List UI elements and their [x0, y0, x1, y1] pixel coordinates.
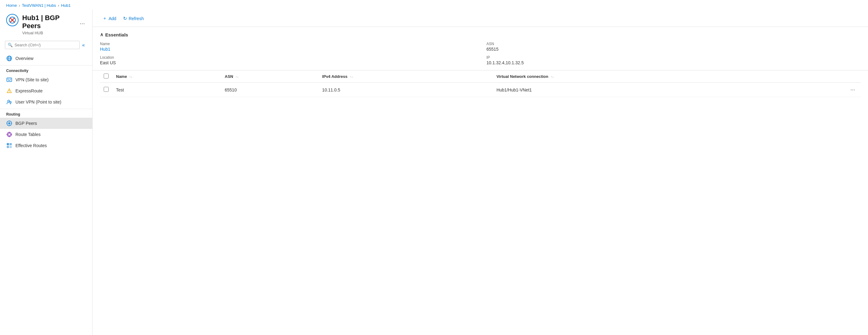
bgp-icon [6, 120, 12, 127]
search-box: 🔍 [5, 41, 80, 49]
select-all-cell [100, 71, 112, 83]
page-subtitle: Virtual HUB [22, 31, 86, 35]
uservpn-label: User VPN (Point to site) [16, 100, 61, 105]
svg-rect-30 [9, 143, 12, 145]
svg-rect-9 [7, 79, 9, 80]
sidebar-item-expressroute[interactable]: ExpressRoute [0, 85, 92, 96]
expressroute-label: ExpressRoute [16, 88, 42, 93]
essentials-name-value[interactable]: Hub1 [100, 47, 110, 52]
routetables-label: Route Tables [16, 132, 40, 137]
breadcrumb: Home › TestVWAN1 | Hubs › Hub1 [0, 0, 868, 9]
essentials-name-field: Name Hub1 [100, 42, 474, 52]
svg-point-24 [8, 133, 10, 136]
essentials-label: Essentials [105, 32, 128, 37]
col-header-name: Name ↑↓ [112, 71, 221, 83]
row-asn: 65510 [221, 83, 318, 97]
breadcrumb-vwan[interactable]: TestVWAN1 | Hubs [22, 3, 56, 8]
svg-rect-10 [9, 79, 11, 80]
table-section: Name ↑↓ ASN ↑↓ IPv4 Address ↑↓ Virtual [93, 71, 868, 105]
essentials-fields-left: Name Hub1 Location East US [100, 42, 474, 65]
row-vnet: Hub1/Hub1-VNet1 [493, 83, 789, 97]
sidebar-item-effectiveroutes[interactable]: Effective Routes [0, 140, 92, 151]
bgp-peers-table: Name ↑↓ ASN ↑↓ IPv4 Address ↑↓ Virtual [100, 71, 861, 97]
row-actions-cell: ··· [789, 83, 861, 97]
effectiveroutes-label: Effective Routes [16, 143, 47, 148]
essentials-header[interactable]: ∧ Essentials [100, 32, 861, 37]
svg-point-25 [9, 132, 10, 133]
uservpn-icon [6, 99, 12, 105]
sidebar-item-overview[interactable]: Overview [0, 53, 92, 64]
svg-rect-32 [9, 146, 12, 148]
sidebar-item-bgppeers[interactable]: BGP Peers [0, 118, 92, 129]
row-actions-button[interactable]: ··· [848, 86, 857, 94]
search-row: 🔍 « [5, 41, 87, 49]
sidebar-item-uservpn[interactable]: User VPN (Point to site) [0, 96, 92, 108]
row-checkbox[interactable] [104, 87, 108, 92]
add-icon: ＋ [102, 16, 107, 21]
collapse-sidebar-button[interactable]: « [80, 42, 87, 48]
col-header-vnet: Virtual Network connection ↑↓ [493, 71, 789, 83]
main-content: ＋ Add ↻ Refresh ∧ Essentials Name Hub1 [93, 9, 868, 335]
svg-point-16 [10, 102, 11, 103]
sort-icon-vnet[interactable]: ↑↓ [551, 75, 554, 79]
svg-point-28 [11, 134, 12, 135]
row-checkbox-cell [100, 83, 112, 97]
vpn-icon [6, 77, 12, 83]
svg-point-26 [9, 136, 10, 137]
sidebar-item-vpn[interactable]: VPN (Site to site) [0, 74, 92, 85]
connectivity-section-label: Connectivity [0, 65, 92, 74]
page-header: Hub1 | BGP Peers ... Virtual HUB [0, 9, 92, 38]
routing-section-label: Routing [0, 109, 92, 118]
svg-point-23 [7, 132, 11, 137]
sort-icon-ipv4[interactable]: ↑↓ [350, 75, 353, 79]
hub-title-group: Hub1 | BGP Peers ... Virtual HUB [22, 14, 86, 35]
sort-icon-name[interactable]: ↑↓ [129, 75, 132, 79]
essentials-grid: Name Hub1 Location East US ASN 65515 IP [100, 42, 861, 65]
refresh-button[interactable]: ↻ Refresh [121, 14, 146, 23]
essentials-section: ∧ Essentials Name Hub1 Location East US [93, 27, 868, 71]
essentials-location-field: Location East US [100, 55, 474, 65]
effectiveroutes-icon [6, 142, 12, 149]
search-input[interactable] [14, 43, 77, 47]
overview-label: Overview [16, 56, 33, 61]
essentials-location-value: East US [100, 60, 474, 65]
ellipsis-button[interactable]: ... [79, 19, 86, 26]
essentials-chevron: ∧ [100, 32, 103, 37]
sidebar: Hub1 | BGP Peers ... Virtual HUB 🔍 « [0, 9, 93, 335]
svg-point-15 [8, 100, 9, 102]
breadcrumb-home[interactable]: Home [6, 3, 17, 8]
col-header-actions [789, 71, 861, 83]
hub-icon [6, 14, 19, 26]
essentials-fields-right: ASN 65515 IP 10.1.32.4,10.1.32.5 [487, 42, 861, 65]
bgppeers-label: BGP Peers [16, 121, 37, 126]
expressroute-icon [6, 88, 12, 94]
refresh-icon: ↻ [123, 16, 127, 21]
search-icon: 🔍 [8, 43, 13, 47]
col-header-ipv4: IPv4 Address ↑↓ [318, 71, 493, 83]
svg-rect-29 [7, 143, 9, 145]
svg-rect-31 [7, 146, 9, 148]
essentials-asn-field: ASN 65515 [487, 42, 861, 52]
select-all-checkbox[interactable] [104, 74, 108, 79]
row-name: Test [112, 83, 221, 97]
essentials-ip-field: IP 10.1.32.4,10.1.32.5 [487, 55, 861, 65]
svg-point-27 [7, 134, 8, 135]
globe-icon [6, 55, 12, 61]
breadcrumb-hub1[interactable]: Hub1 [61, 3, 71, 8]
vpn-label: VPN (Site to site) [16, 77, 49, 82]
page-title: Hub1 | BGP Peers ... [22, 14, 86, 30]
table-row: Test 65510 10.11.0.5 Hub1/Hub1-VNet1 ··· [100, 83, 861, 97]
sort-icon-asn[interactable]: ↑↓ [236, 75, 239, 79]
essentials-ip-value: 10.1.32.4,10.1.32.5 [487, 60, 861, 65]
col-header-asn: ASN ↑↓ [221, 71, 318, 83]
essentials-asn-value: 65515 [487, 47, 861, 52]
toolbar: ＋ Add ↻ Refresh [93, 9, 868, 27]
add-button[interactable]: ＋ Add [100, 14, 119, 23]
routetable-icon [6, 131, 12, 138]
sidebar-item-routetables[interactable]: Route Tables [0, 129, 92, 140]
svg-point-14 [9, 92, 9, 92]
row-ipv4: 10.11.0.5 [318, 83, 493, 97]
